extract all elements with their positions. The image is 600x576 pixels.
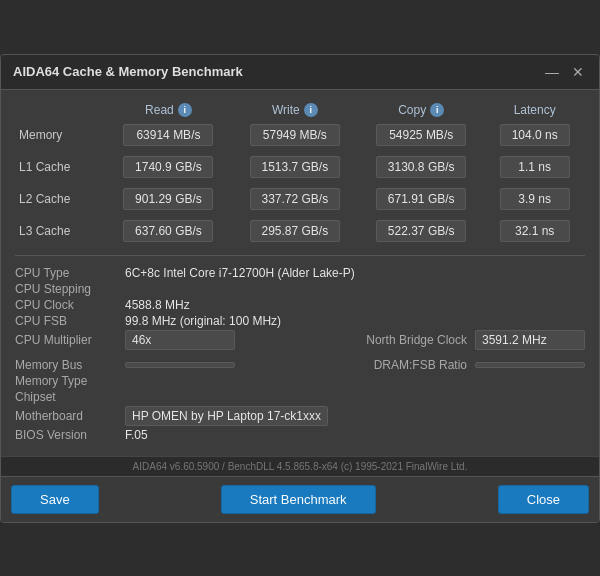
bios-row: BIOS Version F.05 (15, 428, 585, 442)
cpu-type-row: CPU Type 6C+8c Intel Core i7-12700H (Ald… (15, 266, 585, 280)
chipset-row: Chipset (15, 390, 585, 404)
cpu-stepping-label: CPU Stepping (15, 282, 125, 296)
window-title: AIDA64 Cache & Memory Benchmark (13, 64, 243, 79)
row-write: 1513.7 GB/s (232, 153, 358, 181)
cpu-fsb-row: CPU FSB 99.8 MHz (original: 100 MHz) (15, 314, 585, 328)
row-latency: 1.1 ns (484, 153, 585, 181)
main-window: AIDA64 Cache & Memory Benchmark — ✕ Read… (0, 54, 600, 523)
row-label: L2 Cache (15, 185, 105, 213)
copy-info-icon[interactable]: i (430, 103, 444, 117)
cpu-fsb-label: CPU FSB (15, 314, 125, 328)
col-header-read: Read i (105, 100, 231, 121)
footer-bar: AIDA64 v6.60.5900 / BenchDLL 4.5.865.8-x… (1, 456, 599, 476)
north-bridge-label: North Bridge Clock (366, 333, 467, 347)
cpu-multiplier-value: 46x (125, 330, 235, 350)
row-read: 901.29 GB/s (105, 185, 231, 213)
footer-text: AIDA64 v6.60.5900 / BenchDLL 4.5.865.8-x… (133, 461, 468, 472)
row-read: 637.60 GB/s (105, 217, 231, 245)
row-label: L3 Cache (15, 217, 105, 245)
chipset-label: Chipset (15, 390, 125, 404)
bottom-buttons: Save Start Benchmark Close (1, 476, 599, 522)
table-row: L3 Cache 637.60 GB/s 295.87 GB/s 522.37 … (15, 217, 585, 245)
motherboard-row: Motherboard HP OMEN by HP Laptop 17-ck1x… (15, 406, 585, 426)
cpu-clock-row: CPU Clock 4588.8 MHz (15, 298, 585, 312)
memory-bus-row: Memory Bus DRAM:FSB Ratio (15, 358, 585, 372)
col-header-latency: Latency (484, 100, 585, 121)
row-copy: 522.37 GB/s (358, 217, 484, 245)
divider-1 (15, 255, 585, 256)
table-row: L2 Cache 901.29 GB/s 337.72 GB/s 671.91 … (15, 185, 585, 213)
row-copy: 3130.8 GB/s (358, 153, 484, 181)
row-write: 57949 MB/s (232, 121, 358, 149)
memory-type-row: Memory Type (15, 374, 585, 388)
cpu-type-value: 6C+8c Intel Core i7-12700H (Alder Lake-P… (125, 266, 355, 280)
cpu-stepping-row: CPU Stepping (15, 282, 585, 296)
row-latency: 3.9 ns (484, 185, 585, 213)
save-button[interactable]: Save (11, 485, 99, 514)
cpu-clock-value: 4588.8 MHz (125, 298, 190, 312)
col-header-write: Write i (232, 100, 358, 121)
row-read: 1740.9 GB/s (105, 153, 231, 181)
col-header-empty (15, 100, 105, 121)
row-label: Memory (15, 121, 105, 149)
motherboard-label: Motherboard (15, 409, 125, 423)
row-read: 63914 MB/s (105, 121, 231, 149)
dram-fsb-value (475, 362, 585, 368)
north-bridge-value: 3591.2 MHz (475, 330, 585, 350)
write-info-icon[interactable]: i (304, 103, 318, 117)
row-write: 295.87 GB/s (232, 217, 358, 245)
main-content: Read i Write i Copy i (1, 90, 599, 456)
row-label: L1 Cache (15, 153, 105, 181)
minimize-button[interactable]: — (543, 63, 561, 81)
motherboard-value: HP OMEN by HP Laptop 17-ck1xxx (125, 406, 328, 426)
window-controls: — ✕ (543, 63, 587, 81)
close-button[interactable]: ✕ (569, 63, 587, 81)
system-info-section: CPU Type 6C+8c Intel Core i7-12700H (Ald… (15, 264, 585, 446)
cpu-multiplier-row: CPU Multiplier 46x North Bridge Clock 35… (15, 330, 585, 350)
bios-value: F.05 (125, 428, 148, 442)
row-copy: 54925 MB/s (358, 121, 484, 149)
bios-label: BIOS Version (15, 428, 125, 442)
cpu-clock-label: CPU Clock (15, 298, 125, 312)
row-write: 337.72 GB/s (232, 185, 358, 213)
cpu-multiplier-label: CPU Multiplier (15, 333, 125, 347)
row-copy: 671.91 GB/s (358, 185, 484, 213)
start-benchmark-button[interactable]: Start Benchmark (221, 485, 376, 514)
table-row: Memory 63914 MB/s 57949 MB/s 54925 MB/s … (15, 121, 585, 149)
read-info-icon[interactable]: i (178, 103, 192, 117)
memory-type-label: Memory Type (15, 374, 125, 388)
row-latency: 104.0 ns (484, 121, 585, 149)
benchmark-table: Read i Write i Copy i (15, 100, 585, 245)
memory-bus-label: Memory Bus (15, 358, 125, 372)
cpu-fsb-value: 99.8 MHz (original: 100 MHz) (125, 314, 281, 328)
table-row: L1 Cache 1740.9 GB/s 1513.7 GB/s 3130.8 … (15, 153, 585, 181)
cpu-type-label: CPU Type (15, 266, 125, 280)
col-header-copy: Copy i (358, 100, 484, 121)
row-latency: 32.1 ns (484, 217, 585, 245)
memory-bus-value (125, 362, 235, 368)
dram-fsb-label: DRAM:FSB Ratio (374, 358, 467, 372)
close-button-bottom[interactable]: Close (498, 485, 589, 514)
title-bar: AIDA64 Cache & Memory Benchmark — ✕ (1, 55, 599, 90)
